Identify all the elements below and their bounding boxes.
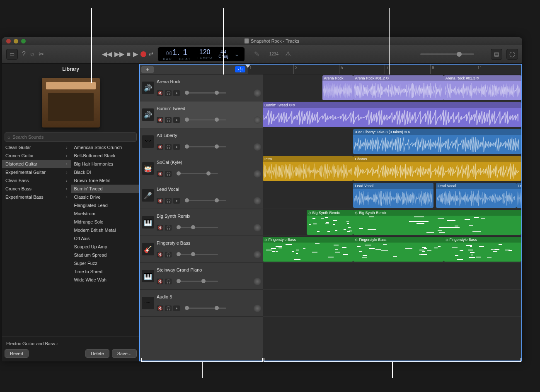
forward-button[interactable]: ▶▶ <box>114 50 124 58</box>
library-path[interactable]: Electric Guitar and Bass › <box>5 339 137 348</box>
preset-item[interactable]: Wide Wide Wah <box>71 276 140 284</box>
category-item[interactable]: Experimental Bass› <box>2 193 71 201</box>
track-volume-slider[interactable]: .sLeadVocal::after{left:72%} <box>185 200 226 201</box>
track-lane[interactable]: 3 Ad Liberty: Take 3 (3 takes) ↻↻ <box>263 128 521 155</box>
solo-button[interactable]: 🎧 <box>165 117 172 123</box>
arrange-area[interactable]: Arena RockArena Rock #01.2 ↻Arena Rock #… <box>263 75 521 361</box>
track-lane[interactable]: IntroChorus <box>263 155 521 182</box>
solo-button[interactable]: 🎧 <box>165 225 172 231</box>
count-in-button[interactable]: 1234 <box>269 52 278 56</box>
record-enable-button[interactable]: ● <box>173 90 180 96</box>
preset-item[interactable]: Black DI <box>71 168 140 176</box>
track-header[interactable]: 〰 Audio 5 🔇 🎧 ● .sAudio5::after{left:72%… <box>140 290 263 317</box>
preset-item[interactable]: Big Hair Harmonics <box>71 160 140 168</box>
region[interactable]: ◇ Fingerstyle Bass <box>353 237 443 262</box>
region[interactable]: Arena Rock #01.3 ↻ <box>444 75 521 100</box>
region[interactable]: ◇ Big Synth Remix <box>307 210 353 235</box>
preset-item[interactable]: Souped Up Amp <box>71 243 140 251</box>
mute-button[interactable]: 🔇 <box>157 198 163 204</box>
pan-knob[interactable] <box>254 170 261 178</box>
track-volume-slider[interactable]: .sBurninTweed::after{left:72%} <box>185 119 226 120</box>
pan-knob[interactable] <box>254 251 261 258</box>
region[interactable]: Intro <box>263 156 353 181</box>
pan-knob[interactable] <box>254 278 261 285</box>
mute-button[interactable]: 🔇 <box>157 252 163 257</box>
mute-button[interactable]: 🔇 <box>157 171 163 177</box>
cycle-button[interactable]: ⇄ <box>149 51 153 57</box>
add-track-button[interactable]: + <box>141 66 154 73</box>
close-window-icon[interactable] <box>6 39 11 43</box>
preset-item[interactable]: Burnin' Tweed <box>71 185 140 193</box>
maximize-window-icon[interactable] <box>21 39 26 43</box>
region[interactable]: Lead Vocal <box>436 183 516 208</box>
preset-item[interactable]: Modern British Metal <box>71 226 140 234</box>
region[interactable]: Chorus <box>353 156 521 181</box>
region[interactable]: Lead Vocal <box>353 183 433 208</box>
preset-item[interactable]: Brown Tone Metal <box>71 176 140 185</box>
loop-browser-button[interactable]: ◯ <box>506 49 518 60</box>
track-header[interactable]: 〰 Ad Liberty 🔇 🎧 ● .sAdLiberty::after{le… <box>140 128 263 155</box>
library-toggle-button[interactable]: ▭ <box>6 49 18 60</box>
region[interactable]: Arena Rock <box>322 75 354 100</box>
record-button[interactable] <box>140 51 146 57</box>
track-volume-slider[interactable]: .sBigSynthRemix::after{left:35%} <box>177 227 218 228</box>
track-volume-slider[interactable]: .sSoCalKyle::after{left:72%} <box>177 173 218 174</box>
preset-item[interactable]: Stadium Spread <box>71 251 140 259</box>
solo-button[interactable]: 🎧 <box>165 198 172 204</box>
region[interactable]: ◇ Fingerstyle Bass <box>263 237 353 262</box>
region[interactable]: Lead <box>516 183 521 208</box>
track-header[interactable]: 🔊 Burnin' Tweed 🔇 🎧 ● .sBurninTweed::aft… <box>140 101 263 128</box>
track-lane[interactable]: Lead VocalLead VocalLead <box>263 182 521 209</box>
preset-item[interactable]: Midrange Solo <box>71 218 140 226</box>
mute-button[interactable]: 🔇 <box>157 279 163 284</box>
region[interactable]: 3 Ad Liberty: Take 3 (3 takes) ↻↻ <box>353 129 521 154</box>
track-lane[interactable]: ◇ Fingerstyle Bass◇ Fingerstyle Bass◇ Fi… <box>263 236 521 263</box>
solo-button[interactable]: 🎧 <box>165 171 172 177</box>
pan-knob[interactable] <box>254 224 261 231</box>
region[interactable]: Burnin' Tweed ↻↻ <box>263 102 521 127</box>
minimize-window-icon[interactable] <box>14 39 18 43</box>
preset-item[interactable]: Off Axis <box>71 234 140 243</box>
category-item[interactable]: Experimental Guitar› <box>2 168 71 176</box>
region[interactable]: ◇ Fingerstyle Bass <box>444 237 521 262</box>
region[interactable]: Arena Rock #01.2 ↻ <box>353 75 443 100</box>
track-header[interactable]: 🎹 Steinway Grand Piano 🔇 🎧 .sSteinwayGra… <box>140 263 263 290</box>
metronome-icon[interactable]: ⚠ <box>285 50 291 58</box>
delete-button[interactable]: Delete <box>85 349 109 358</box>
track-header[interactable]: 🎤 Lead Vocal 🔇 🎧 ● .sLeadVocal::after{le… <box>140 182 263 209</box>
track-lane[interactable]: Burnin' Tweed ↻↻ <box>263 101 521 128</box>
record-enable-button[interactable]: ● <box>173 305 180 311</box>
preset-item[interactable]: Maelstrom <box>71 209 140 218</box>
record-enable-button[interactable]: ● <box>173 144 180 150</box>
mute-button[interactable]: 🔇 <box>157 305 163 311</box>
record-enable-button[interactable]: ● <box>173 198 180 204</box>
notepad-button[interactable]: ▤ <box>491 49 502 60</box>
preset-item[interactable]: Flangilated Lead <box>71 201 140 209</box>
master-volume-slider[interactable] <box>420 53 474 55</box>
category-item[interactable]: Crunch Guitar› <box>2 152 71 160</box>
category-item[interactable]: Distorted Guitar› <box>2 160 71 168</box>
catch-playhead-button[interactable]: ›┊‹ <box>235 66 245 72</box>
track-header[interactable]: 🥁 SoCal (Kyle) 🔇 🎧 .sSoCalKyle::after{le… <box>140 155 263 182</box>
tuner-icon[interactable]: ✎ <box>254 50 259 58</box>
solo-button[interactable]: 🎧 <box>165 305 172 311</box>
track-header[interactable]: 🔊 Arena Rock 🔇 🎧 ● .sArenaRock::after{le… <box>140 75 263 101</box>
category-item[interactable]: Crunch Bass› <box>2 185 71 193</box>
pan-knob[interactable] <box>254 89 261 97</box>
track-volume-slider[interactable]: .sAudio5::after{left:72%} <box>185 308 226 309</box>
record-enable-button[interactable]: ● <box>173 117 180 123</box>
solo-button[interactable]: 🎧 <box>165 279 172 284</box>
category-item[interactable]: Clean Guitar› <box>2 143 71 152</box>
mute-button[interactable]: 🔇 <box>157 90 163 96</box>
preset-item[interactable]: American Stack Crunch <box>71 143 140 152</box>
save-button[interactable]: Save... <box>112 349 137 358</box>
region[interactable]: ◇ Big Synth Remix <box>353 210 521 235</box>
preset-item[interactable]: Time to Shred <box>71 267 140 276</box>
preset-item[interactable]: Super Fuzz <box>71 259 140 267</box>
solo-button[interactable]: 🎧 <box>165 252 172 257</box>
track-lane[interactable]: ◇ Big Synth Remix◇ Big Synth Remix <box>263 209 521 236</box>
pan-knob[interactable] <box>254 116 261 124</box>
settings-icon[interactable]: ☼ <box>29 51 35 58</box>
quick-help-icon[interactable]: ? <box>22 51 26 58</box>
mute-button[interactable]: 🔇 <box>157 144 163 150</box>
